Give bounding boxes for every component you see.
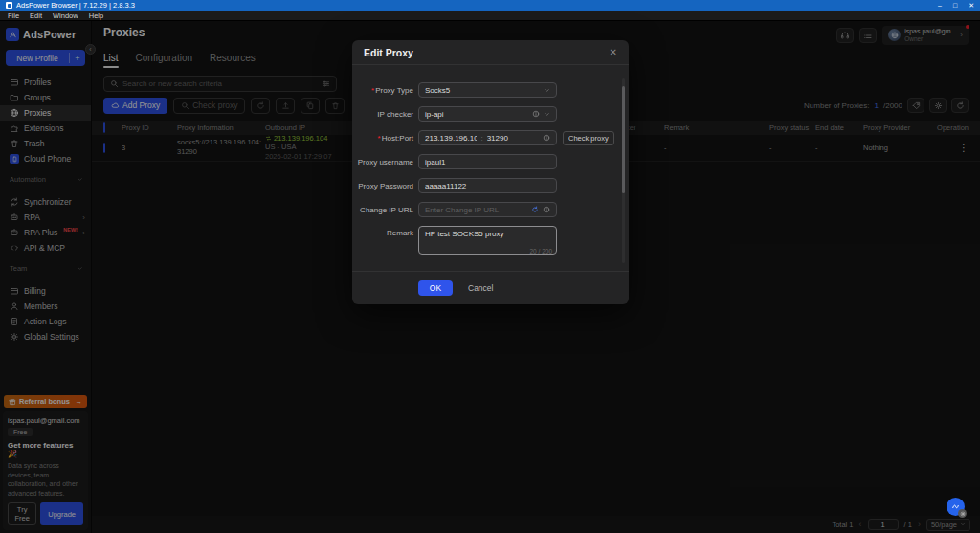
field-label-proxy-type: *Proxy Type: [352, 86, 413, 95]
modal-scrollbar[interactable]: [622, 78, 625, 263]
minimize-button[interactable]: –: [938, 2, 942, 10]
rotate-icon[interactable]: [531, 206, 539, 213]
field-label-remark: Remark: [352, 229, 413, 237]
port-input[interactable]: [487, 134, 539, 143]
host-port-separator: :: [480, 134, 482, 143]
menu-edit[interactable]: Edit: [30, 11, 42, 20]
username-input[interactable]: [425, 158, 550, 167]
ip-checker-select[interactable]: ip-api: [418, 106, 557, 122]
proxy-type-select[interactable]: Socks5: [418, 82, 557, 98]
field-label-password: Proxy Password: [352, 182, 413, 190]
check-proxy-modal-button[interactable]: Check proxy: [563, 131, 614, 145]
password-field[interactable]: [418, 178, 557, 193]
menu-file[interactable]: File: [8, 11, 19, 20]
info-icon: [532, 110, 540, 118]
menu-help[interactable]: Help: [89, 11, 103, 20]
modal-close-button[interactable]: ✕: [610, 47, 617, 57]
chevron-down-icon: [544, 111, 550, 118]
info-icon: [543, 206, 550, 213]
required-asterisk: *: [371, 86, 374, 95]
window-titlebar: AdsPower Browser | 7.12.29 | 2.8.3.3 – □…: [0, 0, 980, 11]
scrollbar-thumb[interactable]: [622, 86, 625, 193]
close-button[interactable]: ✕: [969, 2, 974, 10]
support-widget-button[interactable]: [947, 498, 965, 516]
menu-window[interactable]: Window: [53, 11, 78, 20]
edit-proxy-modal: Edit Proxy ✕ *Proxy Type Socks5 IP check…: [352, 40, 629, 304]
field-label-ip-checker: IP checker: [352, 110, 413, 119]
modal-title: Edit Proxy: [364, 47, 413, 58]
gear-icon: [960, 511, 966, 517]
character-counter: 20 / 200: [530, 248, 553, 255]
window-title: AdsPower Browser | 7.12.29 | 2.8.3.3: [16, 1, 135, 10]
host-port-field[interactable]: :: [418, 130, 557, 145]
change-ip-url-input[interactable]: [425, 206, 527, 214]
app-logo-icon: [6, 2, 12, 9]
field-label-change-ip-url: Change IP URL: [352, 206, 413, 214]
host-input[interactable]: [425, 134, 477, 143]
maximize-button[interactable]: □: [953, 2, 957, 10]
field-label-username: Proxy username: [352, 158, 413, 167]
menu-bar: File Edit Window Help: [0, 11, 980, 21]
info-icon: [543, 134, 550, 142]
password-input[interactable]: [425, 182, 550, 190]
cancel-button[interactable]: Cancel: [468, 283, 493, 293]
username-field[interactable]: [418, 154, 557, 169]
ok-button[interactable]: OK: [418, 280, 453, 296]
proxy-type-value: Socks5: [425, 86, 450, 95]
change-ip-url-field[interactable]: [418, 202, 557, 217]
widget-settings-button[interactable]: [958, 509, 967, 518]
chevron-down-icon: [544, 87, 550, 94]
required-asterisk: *: [378, 134, 381, 143]
field-label-host-port: *Host:Port: [352, 134, 413, 143]
ip-checker-value: ip-api: [425, 110, 444, 119]
